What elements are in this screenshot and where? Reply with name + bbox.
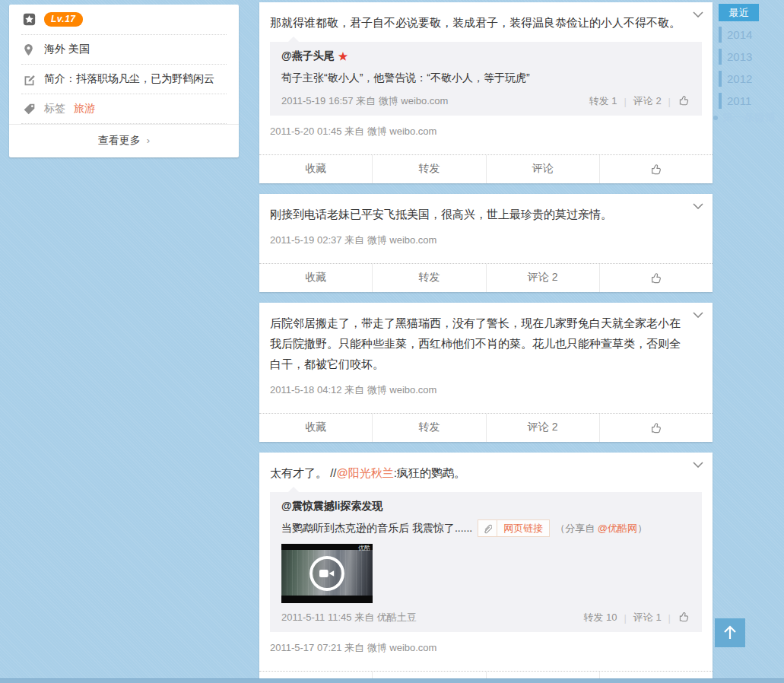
share-post: ）: [637, 523, 647, 534]
video-play-icon[interactable]: [309, 556, 344, 591]
timeline-tick: [719, 49, 722, 65]
chevron-down-icon[interactable]: [693, 312, 703, 318]
post-text: 太有才了。 //@阳光秋兰:疯狂的鹦鹉。: [270, 462, 702, 483]
post-text-post: :疯狂的鹦鹉。: [394, 466, 465, 479]
post-card-3: 后院邻居搬走了，带走了黑猫瑞西，没有了警长，现在几家野兔白天就全家老小在我后院撒…: [259, 303, 713, 442]
divider: |: [668, 96, 671, 107]
repost-button[interactable]: 转发: [372, 155, 485, 183]
timeline-year-label: 2013: [727, 50, 752, 63]
chevron-down-icon[interactable]: [693, 203, 703, 209]
quoted-text: 当鹦鹉听到杰克逊的音乐后 我震惊了......: [281, 519, 472, 537]
post-meta: 2011-5-19 02:37 来自 微博 weibo.com: [270, 233, 702, 247]
divider: |: [668, 612, 671, 624]
quoted-author[interactable]: @燕子头尾 ★: [281, 49, 690, 63]
divider: |: [624, 96, 626, 107]
timeline-tick: [719, 27, 722, 43]
post-action-bar: 收藏 转发 评论 2: [259, 263, 713, 292]
timeline-tick: [719, 93, 722, 109]
vip-star-icon: ★: [338, 51, 348, 62]
post-action-bar: 收藏 转发 评论 2: [259, 413, 713, 442]
web-link-label: 网页链接: [497, 520, 549, 536]
timeline-year-2014[interactable]: 2014: [719, 24, 752, 46]
post-card-1: 那就得谁都敬，君子自不必说要敬，装成君子，装得温良恭俭让的小人不得不敬。 @燕子…: [259, 2, 713, 183]
timeline-year-2013[interactable]: 2013: [719, 46, 752, 68]
post-text: 那就得谁都敬，君子自不必说要敬，装成君子，装得温良恭俭让的小人不得不敬。: [270, 12, 702, 33]
post-feed: 那就得谁都敬，君子自不必说要敬，装成君子，装得温良恭俭让的小人不得不敬。 @燕子…: [259, 2, 713, 683]
comment-button[interactable]: 评论 2: [486, 414, 599, 442]
chevron-down-icon[interactable]: [693, 11, 703, 17]
profile-location-row: 海外 美国: [21, 35, 227, 65]
quoted-comment-count[interactable]: 评论 2: [633, 94, 662, 108]
favorite-button[interactable]: 收藏: [259, 414, 372, 442]
edit-pen-icon: [23, 73, 36, 86]
timeline-year-label: 2012: [727, 72, 752, 85]
quoted-meta: 2011-5-11 11:45 来自 优酷土豆: [281, 611, 417, 624]
mention-link[interactable]: @阳光秋兰: [337, 466, 394, 479]
thumb-up-icon[interactable]: [678, 610, 690, 625]
profile-location: 海外 美国: [44, 43, 90, 56]
profile-bio-row: 简介：抖落职场凡尘，已为野鹤闲云: [21, 65, 227, 94]
quoted-meta: 2011-5-19 16:57 来自 微博 weibo.com: [281, 94, 448, 108]
timeline-year-2012[interactable]: 2012: [719, 68, 752, 90]
like-button[interactable]: [599, 414, 713, 442]
favorite-button[interactable]: 收藏: [259, 264, 372, 292]
timeline-years: 2014 2013 2012 2011: [719, 24, 752, 112]
quoted-text-row: 当鹦鹉听到杰克逊的音乐后 我震惊了...... 网页链接 （分享自 @优酷网）: [281, 519, 690, 537]
level-badge: Lv.17: [44, 12, 83, 27]
view-more-label: 查看更多: [98, 134, 141, 146]
share-pre: （分享自: [555, 523, 598, 534]
share-note: （分享自 @优酷网）: [555, 519, 647, 537]
repost-button[interactable]: 转发: [372, 414, 485, 442]
repost-button[interactable]: 转发: [372, 264, 485, 292]
profile-info-card: Lv.17 海外 美国 简介：抖落职场凡尘，已为野鹤闲云 标签 旅游 查看更多›: [9, 5, 239, 157]
tag-link-travel[interactable]: 旅游: [74, 102, 95, 116]
quoted-author-name: @燕子头尾: [281, 49, 335, 63]
bottom-edge-strip: [0, 678, 784, 683]
quoted-repost-count[interactable]: 转发 1: [589, 94, 617, 108]
like-button[interactable]: [599, 155, 713, 183]
timeline-year-label: 2014: [727, 28, 752, 41]
quoted-author-name: @震惊震撼li探索发现: [281, 500, 382, 513]
quoted-text: 荀子主张“敬小人”，他警告说：“不敬小人，等于玩虎”: [281, 69, 690, 87]
post-card-2: 刚接到电话老妹已平安飞抵美国，很高兴，世上最珍贵的莫过亲情。 2011-5-19…: [259, 194, 713, 292]
comment-button[interactable]: 评论: [486, 155, 599, 183]
quoted-post: @燕子头尾 ★ 荀子主张“敬小人”，他警告说：“不敬小人，等于玩虎” 2011-…: [270, 42, 702, 116]
profile-level-row: Lv.17: [21, 5, 227, 35]
timeline-first-post-link[interactable]: 第一条微博: [713, 111, 776, 125]
chevron-down-icon[interactable]: [693, 462, 703, 468]
favorite-button[interactable]: 收藏: [259, 155, 372, 183]
timeline-tick: [719, 71, 722, 87]
paperclip-icon: [478, 520, 497, 536]
youku-watermark: 优酷: [358, 544, 370, 552]
like-button[interactable]: [599, 264, 713, 292]
quoted-post: @震惊震撼li探索发现 当鹦鹉听到杰克逊的音乐后 我震惊了...... 网页链接…: [270, 492, 702, 632]
video-thumbnail[interactable]: 优酷: [281, 544, 373, 603]
medal-star-icon: [23, 13, 36, 26]
post-text: 刚接到电话老妹已平安飞抵美国，很高兴，世上最珍贵的莫过亲情。: [270, 204, 702, 224]
post-text-pre: 太有才了。 //: [270, 466, 337, 479]
view-more-button[interactable]: 查看更多›: [9, 124, 239, 157]
bullet-dot-icon: [713, 116, 718, 120]
thumb-up-icon[interactable]: [678, 94, 690, 109]
timeline-year-2011[interactable]: 2011: [719, 90, 752, 112]
quoted-author[interactable]: @震惊震撼li探索发现: [281, 500, 690, 513]
profile-tags-row: 标签 旅游: [21, 94, 227, 124]
timeline-recent-button[interactable]: 最近: [719, 4, 759, 21]
chevron-right-icon: ›: [147, 135, 150, 146]
up-arrow-icon: [722, 624, 738, 641]
post-text: 后院邻居搬走了，带走了黑猫瑞西，没有了警长，现在几家野兔白天就全家老小在我后院撒…: [270, 313, 702, 374]
post-card-4: 太有才了。 //@阳光秋兰:疯狂的鹦鹉。 @震惊震撼li探索发现 当鹦鹉听到杰克…: [259, 453, 713, 683]
profile-bio: 简介：抖落职场凡尘，已为野鹤闲云: [44, 72, 214, 86]
divider: |: [624, 612, 626, 624]
quoted-repost-count[interactable]: 转发 10: [583, 611, 617, 624]
post-meta: 2011-5-18 04:12 来自 微博 weibo.com: [270, 383, 702, 397]
comment-button[interactable]: 评论 2: [486, 264, 599, 292]
location-pin-icon: [23, 43, 36, 56]
post-meta: 2011-5-17 07:21 来自 微博 weibo.com: [270, 641, 702, 655]
quoted-comment-count[interactable]: 评论 1: [633, 611, 662, 624]
post-action-bar: 收藏 转发 评论: [259, 154, 713, 183]
youku-link[interactable]: @优酷网: [598, 523, 637, 534]
tag-icon: [23, 103, 36, 116]
back-to-top-button[interactable]: [715, 618, 745, 647]
web-link-chip[interactable]: 网页链接: [478, 519, 550, 537]
